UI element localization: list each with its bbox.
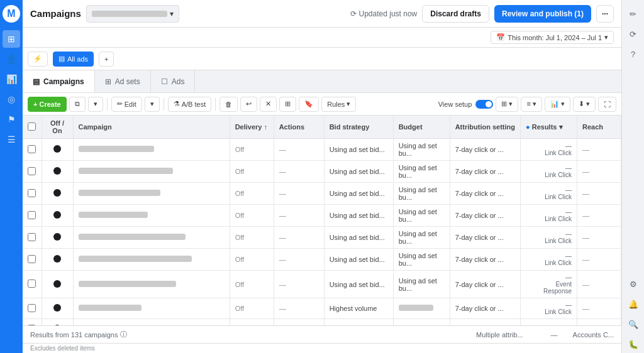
attribution-cell: 7-day click or ... (450, 205, 520, 227)
header-campaign[interactable]: Campaign (73, 116, 230, 139)
actions-cell: — (274, 319, 324, 326)
columns-button[interactable]: ⊞ ▾ (496, 97, 518, 112)
row-checkbox[interactable] (28, 255, 36, 263)
nav-icon-person[interactable]: 👤 (3, 50, 20, 68)
row-checkbox[interactable] (28, 211, 36, 219)
edit-dropdown-button[interactable]: ▾ (145, 97, 160, 112)
campaign-dropdown[interactable]: ▾ (86, 5, 179, 23)
nav-icon-grid[interactable]: ⊞ (3, 30, 20, 48)
status-dot (53, 255, 61, 263)
select-all-checkbox[interactable] (28, 122, 36, 131)
duplicate-button[interactable]: ⧉ (69, 97, 86, 112)
ads-tab-icon: ☐ (161, 77, 168, 86)
fullscreen-button[interactable]: ⛶ (598, 97, 616, 112)
right-nav-settings[interactable]: ⚙ (625, 275, 642, 293)
bid-strategy-cell: Highest volume (324, 298, 393, 319)
chevron-down-icon: ▾ (604, 33, 608, 41)
nav-icon-flag[interactable]: ⚑ (3, 111, 20, 128)
right-nav-bug[interactable]: 🐛 (625, 335, 642, 353)
row-checkbox[interactable] (28, 304, 36, 312)
row-checkbox[interactable] (28, 280, 36, 288)
row-checkbox[interactable] (28, 189, 36, 197)
campaign-name-blurred (79, 212, 148, 218)
attribution-cell: 7-day click or ... (450, 249, 520, 271)
header-bid-strategy[interactable]: Bid strategy (324, 116, 393, 139)
view-setup-toggle[interactable] (475, 100, 493, 109)
campaign-name-blurred (79, 256, 192, 262)
row-checkbox[interactable] (28, 145, 36, 153)
header-off-on: Off /On (42, 116, 73, 139)
discard-drafts-button[interactable]: Discard drafts (422, 5, 489, 23)
undo-button[interactable]: ↩ (240, 97, 257, 112)
budget-cell: Using ad set bu... (393, 271, 450, 298)
tab-ad-sets[interactable]: ⊞ Ad sets (95, 70, 151, 92)
edit-button[interactable]: ✏ Edit (111, 97, 142, 112)
table-row: Off—Using ad set bid...Using ad set bu..… (23, 139, 621, 161)
duplicate-dropdown-button[interactable]: ▾ (88, 97, 103, 112)
date-range-button[interactable]: 📅 This month: Jul 1, 2024 – Jul 1 ▾ (491, 31, 614, 44)
header-results[interactable]: ● Results ▾ (521, 116, 577, 139)
footer-subtext: Excludes deleted items (23, 343, 621, 353)
budget-cell: Using ad set bu... (393, 249, 450, 271)
actions-cell: — (274, 183, 324, 205)
delivery-cell: Off (230, 205, 274, 227)
main-content: Campaigns ▾ ⟳ Updated just now Discard d… (23, 0, 621, 353)
right-nav-edit[interactable]: ✏ (625, 5, 642, 23)
nav-icon-menu[interactable]: ☰ (3, 131, 20, 148)
status-dot (53, 145, 61, 153)
tag-button[interactable]: ⊞ (279, 97, 296, 112)
export-button[interactable]: ⬇ ▾ (573, 97, 596, 112)
table-footer: Results from 131 campaigns ⓘ Multiple at… (23, 325, 621, 343)
nav-icon-chart[interactable]: 📊 (3, 70, 20, 88)
bid-strategy-cell: Using ad set bid... (324, 271, 393, 298)
date-range-bar: 📅 This month: Jul 1, 2024 – Jul 1 ▾ (23, 28, 621, 48)
remove-button[interactable]: ✕ (260, 97, 277, 112)
delivery-cell: Off (230, 249, 274, 271)
add-filter-button[interactable]: + (99, 52, 114, 67)
breakdown-button[interactable]: ≡ ▾ (521, 97, 541, 112)
header-reach[interactable]: Reach (577, 116, 621, 139)
row-checkbox[interactable] (28, 167, 36, 175)
results-cell: —Link Click (521, 298, 577, 319)
right-nav-search[interactable]: 🔍 (625, 315, 642, 333)
table-row: Off—Using ad set bid...Using ad set bu..… (23, 271, 621, 298)
reach-cell: — (577, 183, 621, 205)
status-dot (53, 304, 61, 312)
ab-test-button[interactable]: ⚗ A/B test (168, 97, 212, 112)
header-budget[interactable]: Budget (393, 116, 450, 139)
attribution-cell: 7-day click or ... (450, 271, 520, 298)
actions-cell: — (274, 161, 324, 183)
create-button[interactable]: + Create (28, 97, 67, 112)
budget-cell: Using ad set bu... (393, 139, 450, 161)
tab-ads[interactable]: ☐ Ads (151, 70, 196, 92)
row-checkbox[interactable] (28, 233, 36, 241)
filter-button[interactable]: ⚡ (28, 52, 48, 67)
header-delivery[interactable]: Delivery ↑ (230, 116, 274, 139)
header-actions[interactable]: Actions (274, 116, 324, 139)
reach-cell: — (577, 227, 621, 249)
campaign-name-blurred (79, 281, 176, 287)
rules-button[interactable]: Rules ▾ (321, 97, 356, 112)
right-nav-help[interactable]: ? (625, 45, 642, 63)
nav-icon-target[interactable]: ◎ (3, 90, 20, 108)
table-row: Off—Highest volume7-day click or ...—Lin… (23, 319, 621, 326)
right-nav-notifications[interactable]: 🔔 (625, 295, 642, 313)
delete-button[interactable]: 🗑 (219, 97, 238, 112)
right-nav-history[interactable]: ⟳ (625, 25, 642, 43)
more-options-button[interactable]: ··· (596, 5, 614, 23)
updated-status: ⟳ Updated just now (350, 9, 418, 18)
campaigns-table-container: Off /On Campaign Delivery ↑ Actions Bid … (23, 116, 621, 325)
all-ads-button[interactable]: ▤ All ads (53, 52, 94, 67)
bookmark-button[interactable]: 🔖 (299, 97, 319, 112)
campaign-tabs: ▤ Campaigns ⊞ Ad sets ☐ Ads (23, 70, 621, 93)
header-attribution[interactable]: Attribution setting (450, 116, 520, 139)
header-checkbox[interactable] (23, 116, 42, 139)
results-cell: —Link Click (521, 227, 577, 249)
tab-campaigns[interactable]: ▤ Campaigns (23, 70, 95, 92)
review-publish-button[interactable]: Review and publish (1) (494, 5, 591, 23)
reports-button[interactable]: 📊 ▾ (545, 97, 570, 112)
table-row: Off—Using ad set bid...Using ad set bu..… (23, 161, 621, 183)
table-row: Off—Using ad set bid...Using ad set bu..… (23, 183, 621, 205)
actions-cell: — (274, 249, 324, 271)
budget-cell (393, 319, 450, 326)
